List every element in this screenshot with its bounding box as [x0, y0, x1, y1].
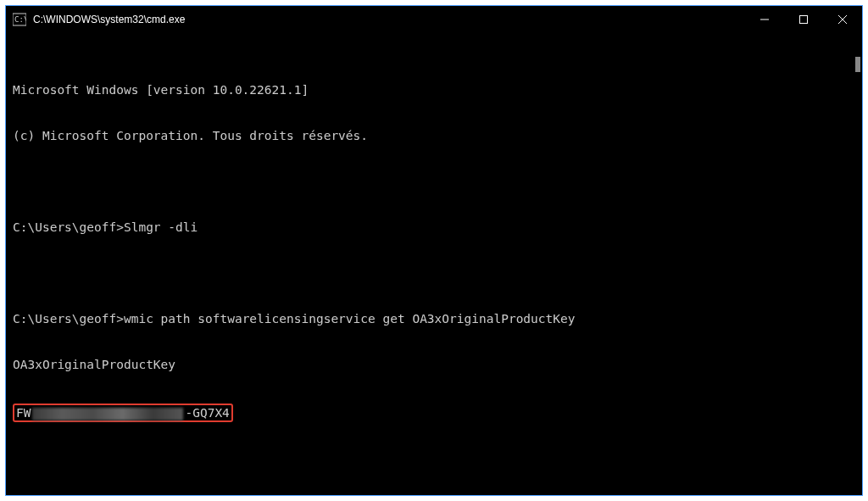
prompt-path-1: C:\Users\geoff>	[13, 220, 124, 234]
svg-rect-3	[800, 16, 808, 24]
product-key-highlight: FW-GQ7X4	[13, 404, 233, 422]
cmd-icon: C:\	[13, 13, 26, 26]
prompt-path-2: C:\Users\geoff>	[13, 312, 124, 326]
titlebar-controls	[745, 6, 862, 33]
blank-line	[13, 265, 855, 281]
command-line-2: C:\Users\geoff>wmic path softwarelicensi…	[13, 311, 855, 326]
titlebar[interactable]: C:\ C:\WINDOWS\system32\cmd.exe	[6, 6, 862, 33]
window-title: C:\WINDOWS\system32\cmd.exe	[33, 14, 185, 25]
product-key-line: FW-GQ7X4	[13, 403, 855, 422]
scrollbar-thumb[interactable]	[855, 57, 860, 72]
key-blurred	[32, 408, 183, 420]
key-prefix: FW	[16, 406, 31, 420]
key-suffix: -GQ7X4	[185, 406, 229, 420]
minimize-button[interactable]	[745, 6, 784, 33]
command-line-1: C:\Users\geoff>Slmgr -dli	[13, 220, 855, 235]
blank-line	[13, 453, 855, 468]
blank-line	[13, 174, 855, 189]
command-1: Slmgr -dli	[124, 220, 198, 234]
maximize-button[interactable]	[784, 6, 823, 33]
close-button[interactable]	[823, 6, 862, 33]
version-line: Microsoft Windows [version 10.0.22621.1]	[13, 82, 855, 97]
command-2: wmic path softwarelicensingservice get O…	[124, 312, 576, 326]
cmd-window: C:\ C:\WINDOWS\system32\cmd.exe Microsof…	[5, 5, 863, 496]
terminal-body[interactable]: Microsoft Windows [version 10.0.22621.1]…	[6, 33, 862, 495]
output-header-line: OA3xOriginalProductKey	[13, 357, 855, 372]
titlebar-left: C:\ C:\WINDOWS\system32\cmd.exe	[13, 13, 185, 26]
svg-text:C:\: C:\	[14, 15, 26, 24]
copyright-line: (c) Microsoft Corporation. Tous droits r…	[13, 128, 855, 143]
